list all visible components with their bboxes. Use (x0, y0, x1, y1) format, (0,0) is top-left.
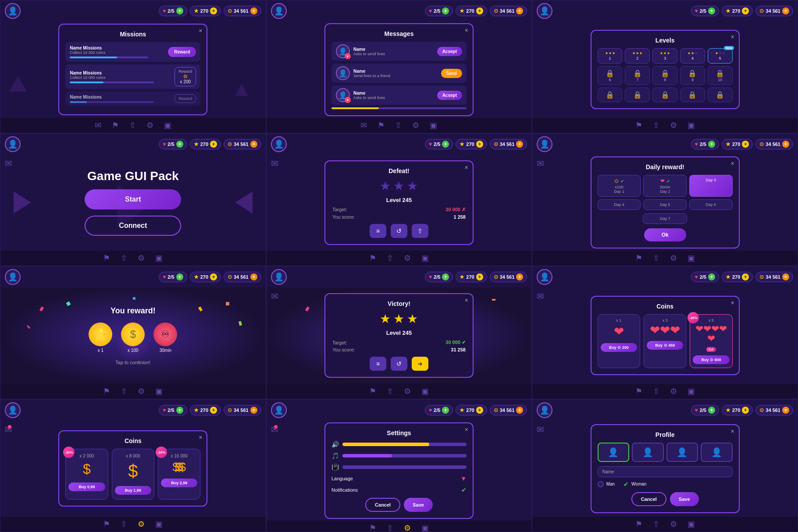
film-icon-vic[interactable]: ▣ (421, 387, 429, 396)
flag-icon-lvl[interactable]: ⚑ (635, 121, 642, 130)
coins-plus-lvl[interactable]: + (782, 7, 789, 14)
hearts-plus-gp[interactable]: + (176, 141, 183, 148)
stars-plus-cl[interactable]: + (210, 407, 217, 414)
stars-plus-pro[interactable]: + (742, 407, 749, 414)
messages-close[interactable]: × (465, 27, 468, 34)
settings-close[interactable]: × (465, 426, 468, 433)
hearts-plus[interactable]: + (176, 7, 183, 14)
mail-icon-dr[interactable]: ✉ (537, 158, 544, 169)
share-icon-cl[interactable]: ⇧ (121, 519, 127, 529)
film-icon-gp[interactable]: ▣ (155, 253, 163, 263)
share-icon-set[interactable]: ⇧ (387, 523, 393, 532)
flag-icon-cs[interactable]: ⚑ (635, 387, 642, 396)
flag-icon-yr[interactable]: ⚑ (103, 387, 110, 396)
day-item-5[interactable]: Day 5 (643, 199, 687, 210)
stars-plus-msg[interactable]: + (476, 7, 483, 14)
coins-plus-gp[interactable]: + (250, 141, 257, 148)
coins-plus-msg[interactable]: + (516, 7, 523, 14)
gear-icon-set[interactable]: ⚙ (404, 523, 411, 532)
hearts-plus-lvl[interactable]: + (708, 7, 715, 14)
settings-cancel-btn[interactable]: Cancel (365, 498, 400, 512)
mail-icon-missions[interactable]: ✉ (95, 121, 101, 130)
gear-icon-def[interactable]: ⚙ (404, 253, 411, 263)
stars-plus-lvl[interactable]: + (742, 7, 749, 14)
mail-icon-def[interactable]: ✉ (271, 158, 278, 169)
coins-lg-close[interactable]: × (199, 434, 202, 441)
buy-btn-3[interactable]: Buy ⊙ 600 (693, 355, 729, 364)
film-icon-pro[interactable]: ▣ (688, 519, 695, 529)
film-icon-set[interactable]: ▣ (421, 523, 429, 532)
coins-plus-vic[interactable]: + (516, 273, 523, 280)
profile-close[interactable]: × (730, 428, 734, 435)
victory-replay-btn[interactable]: ↺ (391, 357, 407, 371)
reward-btn-1[interactable]: Reward (168, 47, 196, 57)
hearts-plus-cl[interactable]: + (176, 407, 183, 414)
profile-name-field[interactable]: Name (598, 466, 733, 477)
stars-plus-gp[interactable]: + (210, 141, 217, 148)
stars-plus-dr[interactable]: + (742, 141, 749, 148)
music-bar[interactable] (342, 443, 467, 446)
buy-btn-1[interactable]: Buy ⊙ 200 (601, 343, 637, 352)
flag-icon-vic[interactable]: ⚑ (369, 387, 376, 396)
mail-icon-gp[interactable]: ✉ (5, 159, 12, 168)
hearts-plus-msg[interactable]: + (442, 7, 449, 14)
victory-close[interactable]: × (465, 297, 468, 304)
hearts-plus-vic[interactable]: + (442, 273, 449, 280)
hearts-plus-def[interactable]: + (442, 141, 449, 148)
share-icon-msg[interactable]: ⇧ (395, 121, 402, 130)
vibration-bar[interactable] (342, 465, 467, 469)
sfx-bar[interactable] (342, 454, 467, 458)
daily-ok-btn[interactable]: Ok (644, 228, 686, 241)
day-item-3[interactable]: Day 3 (689, 175, 733, 197)
level-item-12[interactable]: 🔒 (625, 88, 650, 102)
flag-icon-def[interactable]: ⚑ (369, 253, 376, 263)
share-icon-dr[interactable]: ⇧ (653, 253, 659, 263)
level-item-9[interactable]: 🔒 9 (680, 66, 705, 85)
flag-icon-cl[interactable]: ⚑ (103, 519, 110, 529)
share-icon-def[interactable]: ⇧ (387, 253, 393, 263)
settings-save-btn[interactable]: Save (404, 498, 433, 512)
share-icon-lvl[interactable]: ⇧ (653, 121, 659, 130)
mail-icon-vic[interactable]: ✉ (271, 291, 278, 301)
level-item-2[interactable]: ★ ★ ★ 2 (625, 48, 650, 64)
coins-plus-cs[interactable]: + (782, 273, 789, 280)
level-item-3[interactable]: ★ ★ ★ 3 (652, 48, 677, 64)
level-item-1[interactable]: ★ ★ ★ 1 (598, 48, 623, 64)
stars-plus-cs[interactable]: + (742, 273, 749, 280)
gear-icon-dr[interactable]: ⚙ (670, 253, 677, 263)
accept-btn-1[interactable]: Acsept (437, 47, 462, 56)
profile-avatar-2[interactable]: 👤 (632, 443, 664, 462)
buy-btn-lg-2[interactable]: Buy 1,99 (115, 486, 151, 495)
stars-plus-yr[interactable]: + (210, 273, 217, 280)
profile-save-btn[interactable]: Save (670, 492, 699, 506)
day-item-2[interactable]: ❤ ✔ 30min Day 2 (643, 175, 687, 197)
defeat-menu-btn[interactable]: ≡ (370, 224, 386, 238)
gear-icon-msg[interactable]: ⚙ (412, 121, 419, 130)
coins-plus-set[interactable]: + (516, 407, 523, 414)
gear-icon-cl[interactable]: ⚙ (138, 519, 145, 529)
victory-menu-btn[interactable]: ≡ (370, 357, 386, 371)
gear-icon-missions[interactable]: ⚙ (146, 121, 153, 130)
hearts-plus-cs[interactable]: + (708, 273, 715, 280)
buy-btn-2[interactable]: Buy ⊙ 450 (647, 341, 683, 350)
level-item-5[interactable]: New ★ ★ ★ 5 (708, 48, 733, 64)
coins-plus-yr[interactable]: + (250, 273, 257, 280)
flag-icon-gp[interactable]: ⚑ (103, 253, 110, 263)
coins-plus[interactable]: + (250, 7, 257, 14)
profile-cancel-btn[interactable]: Cancel (631, 492, 666, 506)
mail-icon-cs[interactable]: ✉ (537, 291, 544, 301)
radio-woman[interactable]: ✔ Woman (623, 481, 646, 488)
profile-avatar-1[interactable]: 👤 (598, 443, 630, 462)
gear-icon-pro[interactable]: ⚙ (670, 519, 677, 529)
gear-icon-lvl[interactable]: ⚙ (670, 121, 677, 130)
level-item-14[interactable]: 🔒 (680, 88, 705, 102)
level-item-15[interactable]: 🔒 (708, 88, 733, 102)
levels-close[interactable]: × (730, 33, 734, 40)
film-icon-cl[interactable]: ▣ (155, 519, 163, 529)
coins-sm-close[interactable]: × (730, 299, 734, 306)
film-icon-lvl[interactable]: ▣ (688, 121, 695, 130)
coins-plus-pro[interactable]: + (782, 407, 789, 414)
mail-icon-pro[interactable]: ✉ (537, 424, 544, 435)
stars-plus-set[interactable]: + (476, 407, 483, 414)
stars-plus-vic[interactable]: + (476, 273, 483, 280)
